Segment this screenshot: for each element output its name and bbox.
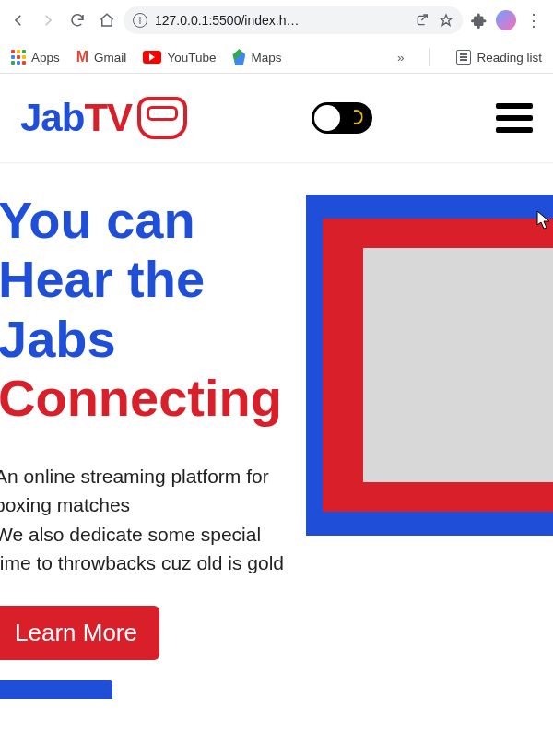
cta-row: Learn More	[0, 606, 288, 699]
maps-icon	[232, 49, 245, 65]
headline-main: You can Hear the Jabs	[0, 191, 205, 368]
apps-icon	[11, 50, 26, 65]
learn-more-button[interactable]: Learn More	[0, 606, 159, 660]
bookmark-gmail[interactable]: M Gmail	[76, 49, 127, 65]
chrome-menu-button[interactable]: ⋮	[520, 10, 547, 30]
divider	[429, 48, 430, 66]
hero-text: You can Hear the Jabs Connecting An onli…	[0, 191, 288, 699]
bookmarks-overflow[interactable]: »	[397, 51, 405, 65]
toggle-knob	[314, 105, 340, 131]
bookmark-youtube[interactable]: YouTube	[143, 51, 216, 65]
address-bar[interactable]: i 127.0.0.1:5500/index.h…	[124, 6, 463, 34]
logo[interactable]: JabTV	[20, 96, 187, 140]
home-button[interactable]	[94, 7, 120, 33]
reading-list-icon	[456, 50, 471, 65]
reload-button[interactable]	[65, 7, 90, 33]
site-info-icon[interactable]: i	[133, 13, 147, 28]
tagline-line2: We also dedicate some special time to th…	[0, 524, 284, 574]
bookmarks-bar: Apps M Gmail YouTube Maps » Reading list	[0, 41, 553, 74]
bookmark-apps[interactable]: Apps	[11, 50, 60, 65]
star-icon[interactable]	[439, 13, 453, 28]
gmail-icon: M	[76, 49, 88, 65]
hero-section: You can Hear the Jabs Connecting An onli…	[0, 163, 553, 699]
hero-image-area	[288, 191, 553, 699]
extensions-button[interactable]	[466, 7, 492, 33]
bookmark-label: Apps	[31, 51, 60, 65]
tagline-line1: An online streaming platform for boxing …	[0, 466, 269, 516]
url-text: 127.0.0.1:5500/index.h…	[155, 13, 299, 28]
site-header: JabTV	[0, 74, 553, 163]
headline-emphasis: Connecting	[0, 369, 282, 427]
theme-toggle[interactable]	[312, 102, 372, 134]
secondary-cta-button[interactable]	[0, 680, 112, 699]
tagline: An online streaming platform for boxing …	[0, 462, 288, 578]
boxing-ring-graphic	[306, 195, 553, 536]
fist-icon	[137, 97, 187, 139]
page-viewport[interactable]: JabTV You can Hear the Jabs Connecting A…	[0, 74, 553, 756]
profile-avatar[interactable]	[496, 10, 516, 30]
reading-list-button[interactable]: Reading list	[456, 50, 542, 65]
back-button[interactable]	[6, 7, 31, 33]
logo-jab: Jab	[20, 96, 84, 140]
youtube-icon	[143, 51, 161, 64]
page-content: JabTV You can Hear the Jabs Connecting A…	[0, 74, 553, 756]
share-icon[interactable]	[415, 13, 429, 28]
moon-icon	[348, 110, 363, 124]
browser-toolbar: i 127.0.0.1:5500/index.h… ⋮	[0, 0, 553, 41]
bookmark-label: Gmail	[94, 51, 126, 65]
headline: You can Hear the Jabs Connecting	[0, 191, 288, 429]
bookmark-label: YouTube	[167, 51, 216, 65]
reading-list-label: Reading list	[477, 51, 542, 65]
browser-chrome: i 127.0.0.1:5500/index.h… ⋮ Apps M Gmail…	[0, 0, 553, 74]
forward-button[interactable]	[35, 7, 61, 33]
bookmark-maps[interactable]: Maps	[232, 49, 281, 65]
menu-button[interactable]	[496, 103, 533, 133]
bookmark-label: Maps	[251, 51, 281, 65]
logo-tv: TV	[84, 96, 132, 140]
